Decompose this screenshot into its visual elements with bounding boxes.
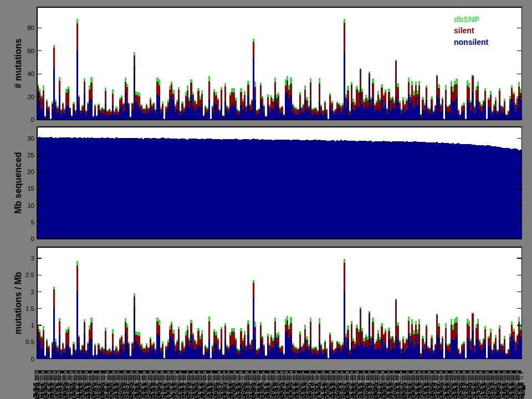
svg-text:80: 80 (27, 24, 34, 31)
svg-text:40: 40 (27, 70, 34, 77)
svg-text:0: 0 (31, 116, 34, 123)
svg-text:0: 0 (31, 236, 34, 242)
svg-text:nonsilent: nonsilent (454, 38, 489, 47)
svg-text:15: 15 (27, 185, 34, 192)
svg-text:silent: silent (454, 26, 474, 35)
svg-text:1: 1 (31, 322, 34, 329)
svg-text:3: 3 (31, 255, 34, 262)
svg-text:Mb sequenced: Mb sequenced (13, 152, 23, 213)
svg-text:2.5: 2.5 (25, 272, 34, 278)
svg-text:0: 0 (31, 356, 34, 362)
svg-text:20: 20 (27, 94, 34, 100)
svg-text:60: 60 (27, 48, 34, 54)
svg-text:1.5: 1.5 (25, 305, 34, 312)
svg-text:2: 2 (31, 289, 34, 295)
svg-text:20: 20 (27, 168, 34, 175)
svg-text:5: 5 (31, 219, 34, 226)
svg-text:30: 30 (27, 135, 34, 142)
svg-text:25: 25 (27, 152, 34, 158)
svg-text:mutations / Mb: mutations / Mb (13, 272, 23, 334)
svg-text:dbSNP: dbSNP (454, 15, 479, 24)
svg-text:0.5: 0.5 (25, 339, 34, 345)
svg-text:# mutations: # mutations (13, 39, 23, 89)
svg-text:10: 10 (27, 202, 34, 209)
